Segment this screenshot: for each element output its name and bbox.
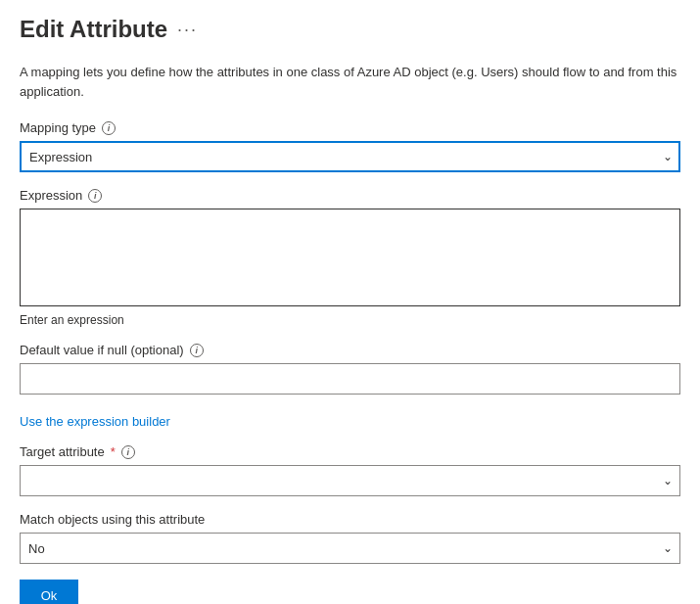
match-objects-select[interactable]: No Yes <box>20 533 680 564</box>
match-objects-select-wrapper: No Yes ⌄ <box>20 533 680 564</box>
page-title: Edit Attribute <box>20 16 167 43</box>
mapping-type-label: Mapping type i <box>20 120 680 135</box>
target-attribute-select-wrapper: ⌄ <box>20 465 680 496</box>
page-container: Edit Attribute ··· A mapping lets you de… <box>0 0 700 604</box>
target-attribute-select[interactable] <box>20 465 680 496</box>
target-attribute-label: Target attribute * i <box>20 444 680 459</box>
default-value-label: Default value if null (optional) i <box>20 343 680 357</box>
mapping-type-info-icon[interactable]: i <box>102 121 116 135</box>
target-attribute-required: * <box>111 444 116 459</box>
expression-group: Expression i Enter an expression <box>20 188 680 327</box>
target-attribute-info-icon[interactable]: i <box>121 445 135 459</box>
default-value-info-icon[interactable]: i <box>190 344 204 357</box>
expression-helper-text: Enter an expression <box>20 313 680 327</box>
match-objects-group: Match objects using this attribute No Ye… <box>20 512 680 564</box>
ok-button[interactable]: Ok <box>20 580 78 604</box>
expression-info-icon[interactable]: i <box>88 189 102 203</box>
page-description: A mapping lets you define how the attrib… <box>20 63 680 101</box>
expression-textarea[interactable] <box>20 209 680 306</box>
more-options-icon[interactable]: ··· <box>177 20 198 40</box>
mapping-type-select[interactable]: Expression Direct Constant <box>20 141 680 172</box>
mapping-type-select-wrapper: Expression Direct Constant ⌄ <box>20 141 680 172</box>
expression-label: Expression i <box>20 188 680 203</box>
mapping-type-group: Mapping type i Expression Direct Constan… <box>20 120 680 172</box>
target-attribute-group: Target attribute * i ⌄ <box>20 444 680 496</box>
expression-builder-link[interactable]: Use the expression builder <box>20 414 170 429</box>
default-value-group: Default value if null (optional) i <box>20 343 680 395</box>
button-group: Ok <box>20 580 680 604</box>
default-value-input[interactable] <box>20 363 680 395</box>
match-objects-label: Match objects using this attribute <box>20 512 680 527</box>
page-header: Edit Attribute ··· <box>20 16 680 43</box>
